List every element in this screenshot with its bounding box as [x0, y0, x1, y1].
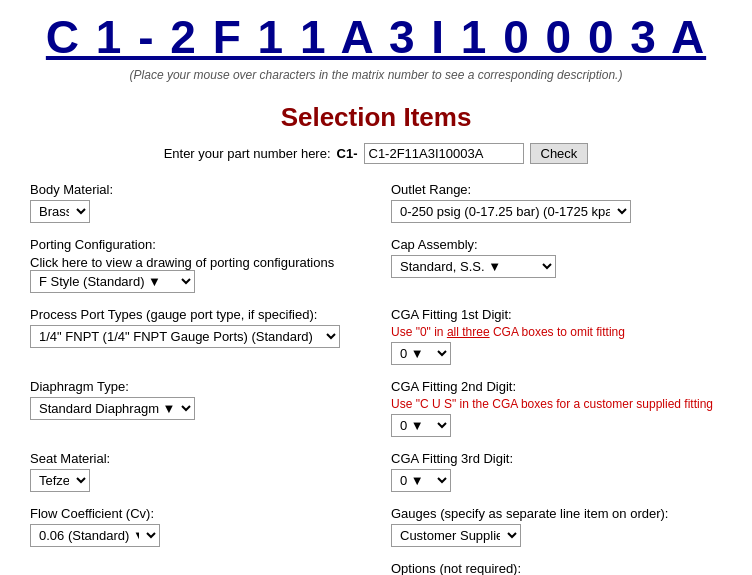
diaphragm-type-select[interactable]: Standard Diaphragm ▼ [30, 397, 195, 420]
cga-1st-group: CGA Fitting 1st Digit: Use "0" in all th… [391, 307, 722, 365]
body-material-label: Body Material: [30, 182, 361, 197]
process-port-label: Process Port Types (gauge port type, if … [30, 307, 361, 322]
cga-1st-label: CGA Fitting 1st Digit: [391, 307, 722, 322]
porting-config-link[interactable]: Click here to view a drawing of porting … [30, 255, 334, 270]
outlet-range-group: Outlet Range: 0-250 psig (0-17.25 bar) (… [391, 182, 722, 223]
cga-3rd-select[interactable]: 0 ▼ [391, 469, 451, 492]
flow-coefficient-group: Flow Coefficient (Cv): 0.06 (Standard) ▼ [30, 506, 361, 547]
check-button[interactable]: Check [530, 143, 589, 164]
body-material-group: Body Material: Brass ▼ [30, 182, 361, 223]
gauges-label: Gauges (specify as separate line item on… [391, 506, 722, 521]
diaphragm-type-label: Diaphragm Type: [30, 379, 361, 394]
process-port-select[interactable]: 1/4" FNPT (1/4" FNPT Gauge Ports) (Stand… [30, 325, 340, 348]
cap-assembly-group: Cap Assembly: Standard, S.S. ▼ [391, 237, 722, 293]
section-title: Selection Items [20, 102, 732, 133]
seat-material-select[interactable]: Tefzel® ▼ [30, 469, 90, 492]
flow-coefficient-select[interactable]: 0.06 (Standard) ▼ [30, 524, 160, 547]
options-label: Options (not required): [391, 561, 722, 575]
part-number-header: C 1 - 2 F 1 1 A 3 I 1 0 0 0 3 A [20, 10, 732, 64]
options-group: Options (not required): EB-33 (Oxygen Cl… [391, 561, 722, 575]
cga-2nd-select[interactable]: 0 ▼ [391, 414, 451, 437]
part-number-prefix: C1- [337, 146, 358, 161]
cga-3rd-group: CGA Fitting 3rd Digit: 0 ▼ [391, 451, 722, 492]
seat-material-label: Seat Material: [30, 451, 361, 466]
part-number-row: Enter your part number here: C1- Check [20, 143, 732, 164]
outlet-range-label: Outlet Range: [391, 182, 722, 197]
porting-config-label: Porting Configuration: [30, 237, 361, 252]
empty-cell [30, 561, 361, 575]
header-subtitle: (Place your mouse over characters in the… [20, 68, 732, 82]
diaphragm-type-group: Diaphragm Type: Standard Diaphragm ▼ [30, 379, 361, 437]
cga-1st-note: Use "0" in all three CGA boxes to omit f… [391, 325, 722, 339]
outlet-range-select[interactable]: 0-250 psig (0-17.25 bar) (0-1725 kpa) ▼ [391, 200, 631, 223]
gauges-select[interactable]: Customer Supplied ▼ [391, 524, 521, 547]
cga-3rd-label: CGA Fitting 3rd Digit: [391, 451, 722, 466]
form-grid: Body Material: Brass ▼ Outlet Range: 0-2… [20, 182, 732, 575]
part-number-input[interactable] [364, 143, 524, 164]
cga-1st-select[interactable]: 0 ▼ [391, 342, 451, 365]
porting-config-select[interactable]: F Style (Standard) ▼ [30, 270, 195, 293]
part-number-label: Enter your part number here: [164, 146, 331, 161]
cga-2nd-label: CGA Fitting 2nd Digit: [391, 379, 722, 394]
gauges-group: Gauges (specify as separate line item on… [391, 506, 722, 547]
flow-coefficient-label: Flow Coefficient (Cv): [30, 506, 361, 521]
cga-1st-note-link[interactable]: all three [447, 325, 490, 339]
process-port-group: Process Port Types (gauge port type, if … [30, 307, 361, 365]
cga-2nd-group: CGA Fitting 2nd Digit: Use "C U S" in th… [391, 379, 722, 437]
cap-assembly-select[interactable]: Standard, S.S. ▼ [391, 255, 556, 278]
seat-material-group: Seat Material: Tefzel® ▼ [30, 451, 361, 492]
cap-assembly-label: Cap Assembly: [391, 237, 722, 252]
cga-2nd-note: Use "C U S" in the CGA boxes for a custo… [391, 397, 722, 411]
porting-config-group: Porting Configuration: Click here to vie… [30, 237, 361, 293]
body-material-select[interactable]: Brass ▼ [30, 200, 90, 223]
